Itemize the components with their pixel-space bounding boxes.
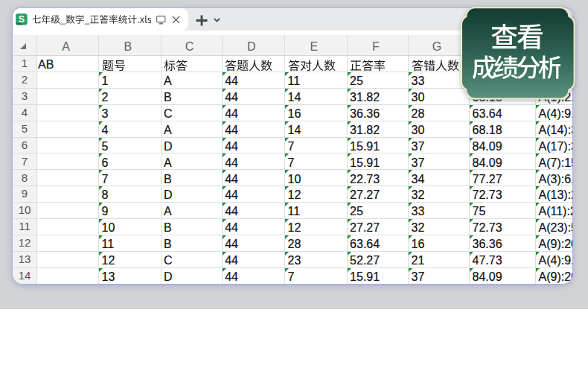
svg-text:S: S — [19, 14, 25, 25]
